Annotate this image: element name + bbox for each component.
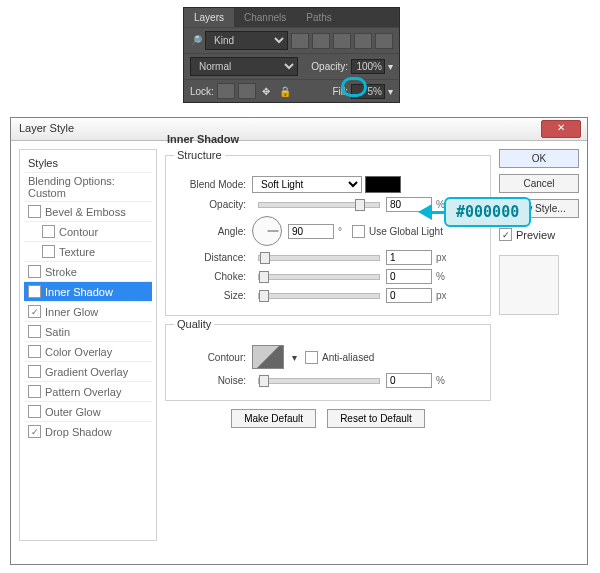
blend-mode-dropdown[interactable]: Soft Light — [252, 176, 362, 193]
item-color-overlay[interactable]: Color Overlay — [24, 341, 152, 361]
quality-label: Quality — [174, 318, 214, 330]
checkbox[interactable] — [42, 225, 55, 238]
item-outer-glow[interactable]: Outer Glow — [24, 401, 152, 421]
layer-style-dialog: Layer Style ✕ Styles Blending Options: C… — [10, 117, 588, 565]
preview-checkbox[interactable]: ✓ — [499, 228, 512, 241]
item-satin[interactable]: Satin — [24, 321, 152, 341]
lock-label: Lock: — [190, 86, 214, 97]
fill-label: Fill: — [332, 86, 348, 97]
lock-pixels-icon[interactable] — [238, 83, 256, 99]
item-bevel-emboss[interactable]: Bevel & Emboss — [24, 201, 152, 221]
global-light-label: Use Global Light — [369, 226, 443, 237]
ok-button[interactable]: OK — [499, 149, 579, 168]
noise-input[interactable] — [386, 373, 432, 388]
structure-label: Structure — [174, 149, 225, 161]
cancel-button[interactable]: Cancel — [499, 174, 579, 193]
item-pattern-overlay[interactable]: Pattern Overlay — [24, 381, 152, 401]
arrow-left-icon — [418, 204, 432, 220]
kind-label: 🔎 — [190, 35, 202, 46]
checkbox[interactable] — [28, 365, 41, 378]
item-texture[interactable]: Texture — [24, 241, 152, 261]
styles-header[interactable]: Styles — [24, 154, 152, 172]
contour-label: Contour: — [176, 352, 252, 363]
tab-channels[interactable]: Channels — [234, 8, 296, 27]
make-default-button[interactable]: Make Default — [231, 409, 316, 428]
size-label: Size: — [176, 290, 252, 301]
choke-slider[interactable] — [258, 274, 380, 280]
fill-value[interactable]: 5% — [351, 84, 385, 99]
angle-label: Angle: — [176, 226, 252, 237]
blend-mode-select[interactable]: Normal — [190, 57, 298, 76]
opacity-label: Opacity: — [311, 61, 348, 72]
filter-image-icon[interactable] — [291, 33, 309, 49]
filter-shape-icon[interactable] — [354, 33, 372, 49]
antialiased-checkbox[interactable] — [305, 351, 318, 364]
blending-options-item[interactable]: Blending Options: Custom — [24, 172, 152, 201]
size-input[interactable] — [386, 288, 432, 303]
antialiased-label: Anti-aliased — [322, 352, 374, 363]
item-inner-shadow[interactable]: ✓Inner Shadow — [24, 281, 152, 301]
item-contour[interactable]: Contour — [24, 221, 152, 241]
distance-unit: px — [436, 252, 447, 263]
color-swatch[interactable] — [365, 176, 401, 193]
size-slider[interactable] — [258, 293, 380, 299]
filter-type-icon[interactable] — [333, 33, 351, 49]
size-unit: px — [436, 290, 447, 301]
checkbox[interactable] — [28, 265, 41, 278]
checkbox[interactable] — [28, 405, 41, 418]
distance-slider[interactable] — [258, 255, 380, 261]
checkbox[interactable] — [28, 205, 41, 218]
checkbox[interactable] — [28, 345, 41, 358]
layers-panel: Layers Channels Paths 🔎 Kind Normal Opac… — [183, 7, 400, 103]
dialog-title: Layer Style — [19, 122, 74, 134]
opacity-slider[interactable] — [258, 202, 380, 208]
structure-group: Structure Blend Mode: Soft Light Opacity… — [165, 155, 491, 316]
close-button[interactable]: ✕ — [541, 120, 581, 138]
quality-group: Quality Contour: ▾ Anti-aliased Noise: % — [165, 324, 491, 401]
opacity-label: Opacity: — [176, 199, 252, 210]
kind-filter-select[interactable]: Kind — [205, 31, 288, 50]
preview-swatch — [499, 255, 559, 315]
color-callout-annotation: #000000 — [418, 197, 531, 227]
noise-slider[interactable] — [258, 378, 380, 384]
contour-picker[interactable] — [252, 345, 284, 369]
tab-layers[interactable]: Layers — [184, 8, 234, 27]
angle-unit: ° — [338, 226, 342, 237]
global-light-checkbox[interactable] — [352, 225, 365, 238]
lock-transparency-icon[interactable] — [217, 83, 235, 99]
filter-adjust-icon[interactable] — [312, 33, 330, 49]
checkbox[interactable] — [42, 245, 55, 258]
panel-tabs: Layers Channels Paths — [184, 8, 399, 27]
distance-input[interactable] — [386, 250, 432, 265]
distance-label: Distance: — [176, 252, 252, 263]
checkbox[interactable]: ✓ — [28, 425, 41, 438]
angle-input[interactable] — [288, 224, 334, 239]
arrow-stem — [432, 211, 444, 214]
chevron-down-icon[interactable]: ▾ — [292, 352, 297, 363]
item-gradient-overlay[interactable]: Gradient Overlay — [24, 361, 152, 381]
angle-dial[interactable] — [252, 216, 282, 246]
reset-default-button[interactable]: Reset to Default — [327, 409, 425, 428]
opacity-value[interactable]: 100% — [351, 59, 385, 74]
checkbox[interactable]: ✓ — [28, 305, 41, 318]
noise-label: Noise: — [176, 375, 252, 386]
choke-input[interactable] — [386, 269, 432, 284]
titlebar: Layer Style ✕ — [11, 118, 587, 141]
lock-all-icon[interactable]: 🔒 — [276, 86, 294, 97]
styles-list: Styles Blending Options: Custom Bevel & … — [19, 149, 157, 541]
lock-position-icon[interactable]: ✥ — [259, 86, 273, 97]
filter-smart-icon[interactable] — [375, 33, 393, 49]
item-stroke[interactable]: Stroke — [24, 261, 152, 281]
opacity-dropdown-icon[interactable]: ▾ — [388, 61, 393, 72]
item-drop-shadow[interactable]: ✓Drop Shadow — [24, 421, 152, 441]
checkbox[interactable] — [28, 385, 41, 398]
checkbox[interactable]: ✓ — [28, 285, 41, 298]
tab-paths[interactable]: Paths — [296, 8, 342, 27]
callout-bubble: #000000 — [444, 197, 531, 227]
fill-dropdown-icon[interactable]: ▾ — [388, 86, 393, 97]
checkbox[interactable] — [28, 325, 41, 338]
item-inner-glow[interactable]: ✓Inner Glow — [24, 301, 152, 321]
preview-label: Preview — [516, 229, 555, 241]
choke-unit: % — [436, 271, 445, 282]
section-title: Inner Shadow — [167, 133, 239, 145]
